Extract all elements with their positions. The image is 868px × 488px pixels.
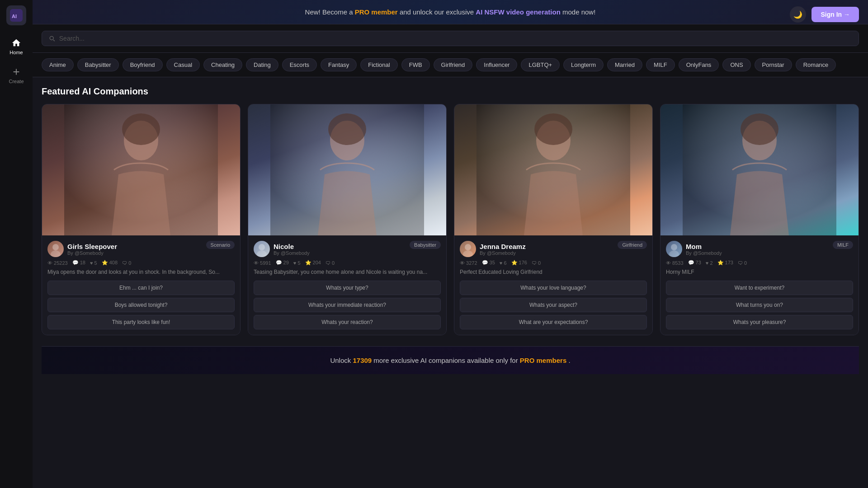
search-input[interactable] bbox=[59, 35, 852, 42]
card-name-info: Mom By @Somebody bbox=[686, 243, 722, 256]
svg-point-11 bbox=[257, 250, 267, 257]
tag-item[interactable]: LGBTQ+ bbox=[521, 58, 560, 71]
stat-rating: ⭐ 176 bbox=[511, 260, 527, 266]
character-silhouette bbox=[42, 104, 240, 235]
prompt-button[interactable]: Boys allowed tonight? bbox=[47, 298, 235, 312]
tag-item[interactable]: Pornstar bbox=[755, 58, 792, 71]
search-bar bbox=[33, 24, 868, 53]
card-name: Girls Sleepover bbox=[67, 243, 117, 250]
tag-item[interactable]: Romance bbox=[796, 58, 836, 71]
card-avatar-name: Nicole By @Somebody bbox=[254, 241, 310, 257]
card-name: Nicole bbox=[274, 243, 310, 250]
tag-item[interactable]: Fictional bbox=[360, 58, 397, 71]
card-prompts: Whats your love language?Whats your aspe… bbox=[460, 281, 647, 329]
avatar bbox=[254, 241, 270, 257]
card-body: Mom By @Somebody MILF 👁 8533 💬 73 ♥ 2 ⭐ … bbox=[660, 235, 859, 335]
card-name: Jenna Dreamz bbox=[480, 243, 526, 250]
card-avatar-name: Jenna Dreamz By @Somebody bbox=[460, 241, 526, 257]
cards-grid: Girls Sleepover By @Somebody Scenario 👁 … bbox=[42, 104, 859, 335]
svg-point-5 bbox=[52, 244, 59, 250]
prompt-button[interactable]: What are your expectations? bbox=[460, 315, 647, 329]
svg-point-6 bbox=[51, 250, 61, 257]
card-image bbox=[42, 104, 240, 235]
tag-item[interactable]: Longterm bbox=[563, 58, 604, 71]
companion-card[interactable]: Mom By @Somebody MILF 👁 8533 💬 73 ♥ 2 ⭐ … bbox=[660, 104, 859, 335]
companion-card[interactable]: Girls Sleepover By @Somebody Scenario 👁 … bbox=[42, 104, 241, 335]
content-area: Featured AI Companions bbox=[33, 77, 868, 488]
tag-item[interactable]: Boyfriend bbox=[123, 58, 163, 71]
prompt-button[interactable]: Whats your pleasure? bbox=[666, 315, 853, 329]
promo-banner: New! Become a PRO member and unlock our … bbox=[33, 0, 868, 24]
card-prompts: Whats your type?Whats your immediate rea… bbox=[254, 281, 441, 329]
card-author: By @Somebody bbox=[274, 250, 310, 256]
sidebar-item-home[interactable]: Home bbox=[0, 34, 33, 59]
banner-pro: PRO member bbox=[355, 8, 398, 16]
prompt-button[interactable]: Whats your immediate reaction? bbox=[254, 298, 441, 312]
tag-item[interactable]: Escorts bbox=[282, 58, 317, 71]
tag-item[interactable]: Married bbox=[607, 58, 642, 71]
prompt-button[interactable]: Whats your love language? bbox=[460, 281, 647, 295]
prompt-button[interactable]: Whats your type? bbox=[254, 281, 441, 295]
svg-point-4 bbox=[122, 113, 160, 145]
sign-in-button[interactable]: Sign In → bbox=[811, 7, 859, 22]
bottom-prefix: Unlock bbox=[330, 357, 353, 364]
stat-views: 👁 8533 bbox=[666, 260, 684, 266]
svg-text:AI: AI bbox=[12, 14, 17, 19]
stat-comments: 🗨 0 bbox=[738, 260, 747, 266]
banner-suffix: mode now! bbox=[562, 8, 595, 16]
sidebar-create-label: Create bbox=[9, 79, 24, 84]
tag-item[interactable]: Cheating bbox=[203, 58, 242, 71]
stat-likes: ♥ 5 bbox=[90, 260, 97, 266]
card-image bbox=[660, 104, 859, 235]
tag-item[interactable]: FWB bbox=[401, 58, 430, 71]
card-header: Girls Sleepover By @Somebody Scenario bbox=[47, 241, 235, 257]
card-body: Nicole By @Somebody Babysitter 👁 5991 💬 … bbox=[248, 235, 446, 335]
app-logo[interactable]: AI bbox=[6, 5, 26, 25]
tag-item[interactable]: ONS bbox=[722, 58, 750, 71]
card-image bbox=[454, 104, 652, 235]
prompt-button[interactable]: What turns you on? bbox=[666, 298, 853, 312]
svg-point-19 bbox=[741, 113, 778, 145]
companion-card[interactable]: Jenna Dreamz By @Somebody Girlfriend 👁 3… bbox=[454, 104, 653, 335]
sidebar-item-create[interactable]: Create bbox=[0, 63, 33, 88]
tag-item[interactable]: Babysitter bbox=[77, 58, 119, 71]
card-description: Horny MILF bbox=[666, 268, 853, 276]
svg-point-9 bbox=[328, 113, 366, 145]
card-header: Jenna Dreamz By @Somebody Girlfriend bbox=[460, 241, 647, 257]
tag-item[interactable]: MILF bbox=[646, 58, 675, 71]
svg-point-21 bbox=[669, 250, 679, 257]
bottom-pro: PRO members bbox=[520, 357, 566, 364]
avatar bbox=[47, 241, 64, 257]
tag-item[interactable]: Fantasy bbox=[321, 58, 357, 71]
prompt-button[interactable]: Whats your aspect? bbox=[460, 298, 647, 312]
search-icon bbox=[48, 35, 56, 42]
stat-views: 👁 25223 bbox=[47, 260, 68, 266]
tag-item[interactable]: OnlyFans bbox=[679, 58, 719, 71]
tag-item[interactable]: Dating bbox=[246, 58, 278, 71]
tag-item[interactable]: Anime bbox=[42, 58, 74, 71]
stat-rating: ⭐ 173 bbox=[717, 260, 733, 266]
prompt-button[interactable]: This party looks like fun! bbox=[47, 315, 235, 329]
tag-item[interactable]: Casual bbox=[166, 58, 200, 71]
tag-item[interactable]: Girlfriend bbox=[434, 58, 473, 71]
card-tag: Girlfriend bbox=[618, 241, 647, 249]
stat-chats: 💬 18 bbox=[72, 260, 85, 266]
stat-rating: ⭐ 204 bbox=[305, 260, 321, 266]
tag-item[interactable]: Influencer bbox=[476, 58, 517, 71]
card-description: Teasing Babysitter, you come home alone … bbox=[254, 268, 441, 276]
svg-point-15 bbox=[465, 244, 471, 250]
card-tag: MILF bbox=[833, 241, 853, 249]
prompt-button[interactable]: Ehm ... can I join? bbox=[47, 281, 235, 295]
prompt-button[interactable]: Whats your reaction? bbox=[254, 315, 441, 329]
character-silhouette bbox=[454, 104, 652, 235]
card-body: Girls Sleepover By @Somebody Scenario 👁 … bbox=[42, 235, 240, 335]
prompt-button[interactable]: Want to experiment? bbox=[666, 281, 853, 295]
svg-point-20 bbox=[671, 244, 677, 250]
card-header: Nicole By @Somebody Babysitter bbox=[254, 241, 441, 257]
card-description: Miya opens the door and looks at you in … bbox=[47, 268, 235, 276]
companion-card[interactable]: Nicole By @Somebody Babysitter 👁 5991 💬 … bbox=[248, 104, 447, 335]
card-image bbox=[248, 104, 446, 235]
card-author: By @Somebody bbox=[480, 250, 526, 256]
dark-mode-toggle[interactable]: 🌙 bbox=[790, 6, 806, 23]
card-author: By @Somebody bbox=[686, 250, 722, 256]
